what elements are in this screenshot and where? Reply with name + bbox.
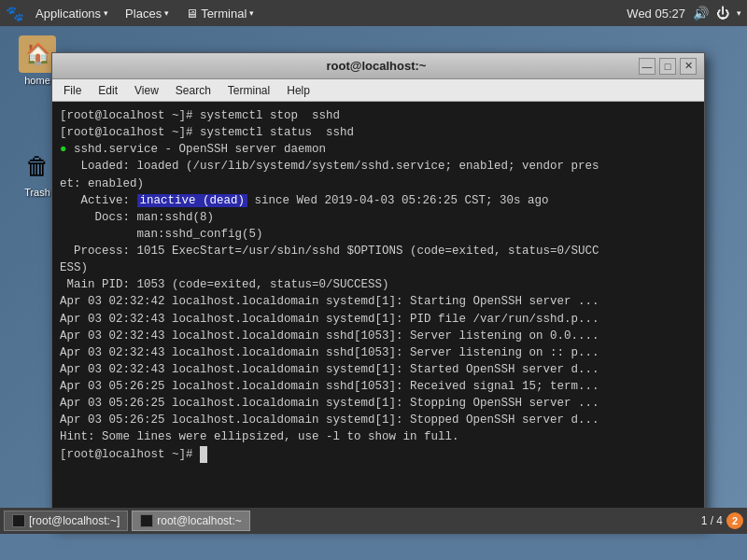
- places-menu[interactable]: Places ▾: [118, 5, 176, 22]
- top-bar: 🐾 Applications ▾ Places ▾ 🖥 Terminal ▾ W…: [0, 0, 747, 26]
- active-badge: inactive (dead): [137, 194, 248, 207]
- places-label: Places: [125, 7, 162, 21]
- menu-bar: File Edit View Search Terminal Help: [52, 79, 704, 102]
- terminal-line-8: Process: 1015 ExecStart=/usr/sbin/sshd $…: [60, 243, 697, 259]
- task-icon-2: [140, 514, 153, 527]
- power-icon[interactable]: ⏻: [716, 6, 729, 21]
- menu-view[interactable]: View: [127, 82, 166, 99]
- trash-icon-img: 🗑: [19, 147, 56, 185]
- taskbar-item-1-label: [root@localhost:~]: [29, 514, 120, 527]
- topbar-left: 🐾 Applications ▾ Places ▾ 🖥 Terminal ▾: [6, 5, 261, 22]
- window-buttons: — □ ✕: [637, 58, 697, 75]
- applications-arrow: ▾: [104, 8, 108, 18]
- terminal-line-10: Main PID: 1053 (code=exited, status=0/SU…: [60, 276, 697, 293]
- taskbar-item-2[interactable]: root@localhost:~: [132, 511, 250, 531]
- title-bar: root@localhost:~ — □ ✕: [52, 53, 704, 79]
- terminal-menu[interactable]: 🖥 Terminal ▾: [178, 5, 261, 22]
- terminal-label: Terminal: [201, 7, 247, 21]
- terminal-line-12: Apr 03 02:32:42 localhost.localdomain sy…: [60, 293, 697, 310]
- terminal-line-16: Apr 03 02:32:43 localhost.localdomain sy…: [60, 361, 697, 378]
- terminal-line-3: Loaded: loaded (/usr/lib/systemd/system/…: [60, 158, 697, 175]
- close-button[interactable]: ✕: [680, 58, 697, 75]
- terminal-content[interactable]: [root@localhost ~]# systemctl stop sshd …: [52, 102, 704, 525]
- terminal-line-0: [root@localhost ~]# systemctl stop sshd: [60, 107, 697, 124]
- clock: Wed 05:27: [627, 7, 685, 21]
- terminal-line-1: [root@localhost ~]# systemctl status ssh…: [60, 124, 697, 141]
- menu-edit[interactable]: Edit: [91, 82, 125, 99]
- home-icon-label: home: [24, 75, 50, 86]
- taskbar-item-2-label: root@localhost:~: [157, 514, 242, 527]
- gnome-icon: 🐾: [6, 5, 24, 22]
- trash-icon-label: Trash: [24, 187, 50, 198]
- minimize-button[interactable]: —: [639, 58, 655, 75]
- terminal-line-13: Apr 03 02:32:43 localhost.localdomain sy…: [60, 311, 697, 328]
- power-arrow: ▾: [737, 8, 741, 18]
- terminal-line-9: ESS): [60, 259, 697, 276]
- terminal-line-19: Apr 03 05:26:25 localhost.localdomain sy…: [60, 412, 697, 428]
- maximize-button[interactable]: □: [659, 58, 676, 75]
- task-icon-1: [12, 514, 25, 527]
- desktop: 🏠 home 🗑 Trash root@localhost:~ — □ ✕ Fi…: [0, 26, 747, 534]
- taskbar-right: 1 / 4 2: [701, 512, 743, 529]
- menu-help[interactable]: Help: [279, 82, 317, 99]
- terminal-line-20: Hint: Some lines were ellipsized, use -l…: [60, 428, 697, 445]
- volume-icon[interactable]: 🔊: [693, 6, 709, 21]
- taskbar-item-1[interactable]: [root@localhost:~]: [4, 511, 128, 531]
- terminal-line-21: [root@localhost ~]#: [60, 446, 697, 463]
- menu-file[interactable]: File: [56, 82, 89, 99]
- terminal-line-4: et: enabled): [60, 175, 697, 192]
- terminal-window: root@localhost:~ — □ ✕ File Edit View Se…: [51, 52, 705, 526]
- menu-terminal[interactable]: Terminal: [220, 82, 277, 99]
- applications-label: Applications: [35, 7, 101, 21]
- terminal-line-5: Active: inactive (dead) since Wed 2019-0…: [60, 192, 697, 209]
- applications-menu[interactable]: Applications ▾: [28, 5, 116, 22]
- terminal-line-17: Apr 03 05:26:25 localhost.localdomain ss…: [60, 378, 697, 395]
- topbar-right: Wed 05:27 🔊 ⏻ ▾: [627, 6, 741, 21]
- page-text: 1 / 4: [701, 514, 723, 527]
- terminal-line-7: man:sshd_config(5): [60, 226, 697, 243]
- terminal-line-14: Apr 03 02:32:43 localhost.localdomain ss…: [60, 328, 697, 344]
- terminal-arrow: ▾: [249, 8, 254, 18]
- page-indicator: 2: [726, 512, 743, 529]
- terminal-line-6: Docs: man:sshd(8): [60, 209, 697, 226]
- terminal-line-2: ● sshd.service - OpenSSH server daemon: [60, 141, 697, 158]
- taskbar: [root@localhost:~] root@localhost:~ 1 / …: [0, 508, 747, 534]
- terminal-line-18: Apr 03 05:26:25 localhost.localdomain sy…: [60, 395, 697, 412]
- home-icon-img: 🏠: [19, 35, 56, 73]
- menu-search[interactable]: Search: [168, 82, 218, 99]
- places-arrow: ▾: [164, 8, 169, 18]
- terminal-line-15: Apr 03 02:32:43 localhost.localdomain ss…: [60, 344, 697, 361]
- window-title: root@localhost:~: [116, 59, 637, 73]
